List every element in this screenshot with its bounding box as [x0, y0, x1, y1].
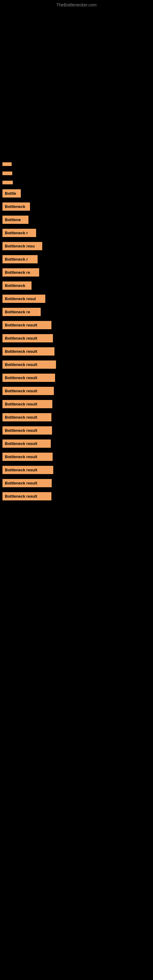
result-bar-19[interactable]: Bottleneck result	[2, 387, 54, 395]
result-item-23: Bottleneck result	[0, 439, 153, 449]
result-bar-1[interactable]	[2, 162, 12, 166]
result-item-3	[0, 180, 153, 186]
result-bar-21[interactable]: Bottleneck result	[2, 413, 51, 422]
result-bar-23[interactable]: Bottleneck result	[2, 439, 51, 448]
result-item-7: Bottleneck r	[0, 229, 153, 238]
result-item-17: Bottleneck result	[0, 360, 153, 370]
result-item-18: Bottleneck result	[0, 374, 153, 383]
result-item-9: Bottleneck r	[0, 255, 153, 265]
result-item-25: Bottleneck result	[0, 466, 153, 475]
result-item-21: Bottleneck result	[0, 413, 153, 423]
result-item-1	[0, 162, 153, 167]
result-item-26: Bottleneck result	[0, 479, 153, 488]
result-item-22: Bottleneck result	[0, 426, 153, 436]
result-bar-12[interactable]: Bottleneck resul	[2, 294, 45, 303]
result-item-10: Bottleneck re	[0, 268, 153, 278]
result-item-2	[0, 171, 153, 177]
result-bar-10[interactable]: Bottleneck re	[2, 268, 39, 277]
result-item-5: Bottleneck	[0, 202, 153, 212]
result-bar-22[interactable]: Bottleneck result	[2, 426, 52, 434]
result-item-6: Bottlene	[0, 216, 153, 225]
result-bar-24[interactable]: Bottleneck result	[2, 453, 53, 461]
result-bar-16[interactable]: Bottleneck result	[2, 347, 54, 356]
result-item-16: Bottleneck result	[0, 347, 153, 357]
result-bar-18[interactable]: Bottleneck result	[2, 374, 55, 382]
result-bar-14[interactable]: Bottleneck result	[2, 321, 51, 329]
result-item-8: Bottleneck resu	[0, 242, 153, 251]
result-bar-8[interactable]: Bottleneck resu	[2, 242, 42, 250]
chart-area	[0, 9, 153, 156]
result-item-4: Bottle	[0, 189, 153, 199]
result-item-20: Bottleneck result	[0, 400, 153, 409]
result-item-12: Bottleneck resul	[0, 294, 153, 304]
result-bar-13[interactable]: Bottleneck re	[2, 308, 41, 316]
result-bar-6[interactable]: Bottlene	[2, 216, 29, 224]
result-bar-25[interactable]: Bottleneck result	[2, 466, 53, 474]
result-item-15: Bottleneck result	[0, 334, 153, 344]
result-item-14: Bottleneck result	[0, 321, 153, 331]
result-bar-27[interactable]: Bottleneck result	[2, 492, 51, 500]
result-item-11: Bottleneck	[0, 282, 153, 291]
results-container: BottleBottleneckBottleneBottleneck rBott…	[0, 162, 153, 502]
result-bar-9[interactable]: Bottleneck r	[2, 255, 38, 263]
result-bar-3[interactable]	[2, 181, 13, 185]
result-bar-4[interactable]: Bottle	[2, 189, 21, 197]
result-item-19: Bottleneck result	[0, 387, 153, 396]
result-item-27: Bottleneck result	[0, 492, 153, 502]
result-bar-20[interactable]: Bottleneck result	[2, 400, 52, 408]
result-bar-2[interactable]	[2, 172, 12, 175]
result-bar-11[interactable]: Bottleneck	[2, 282, 32, 290]
result-bar-17[interactable]: Bottleneck result	[2, 360, 56, 369]
result-item-13: Bottleneck re	[0, 308, 153, 317]
result-item-24: Bottleneck result	[0, 453, 153, 462]
result-bar-26[interactable]: Bottleneck result	[2, 479, 52, 487]
result-bar-7[interactable]: Bottleneck r	[2, 229, 36, 237]
site-title: TheBottlenecker.com	[0, 0, 153, 9]
result-bar-15[interactable]: Bottleneck result	[2, 334, 53, 342]
result-bar-5[interactable]: Bottleneck	[2, 202, 30, 211]
